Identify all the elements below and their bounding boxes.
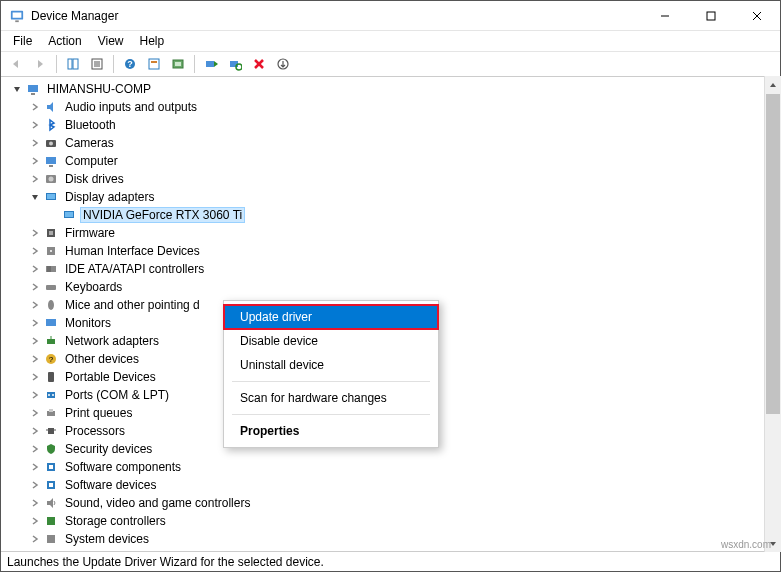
tree-category[interactable]: Bluetooth (1, 116, 780, 134)
category-label: Storage controllers (63, 514, 168, 528)
disk-icon (43, 171, 59, 187)
tree-root[interactable]: HIMANSHU-COMP (1, 80, 780, 98)
menu-action[interactable]: Action (40, 32, 89, 50)
svg-rect-47 (47, 339, 55, 344)
chevron-right-icon[interactable] (27, 333, 43, 349)
svg-point-45 (48, 300, 54, 310)
tree-device[interactable]: NVIDIA GeForce RTX 3060 Ti (1, 206, 780, 224)
chevron-right-icon[interactable] (27, 495, 43, 511)
minimize-button[interactable] (642, 1, 688, 31)
chevron-right-icon[interactable] (27, 441, 43, 457)
chevron-right-icon[interactable] (27, 423, 43, 439)
chevron-right-icon[interactable] (27, 405, 43, 421)
chevron-right-icon[interactable] (27, 477, 43, 493)
tree-category[interactable]: Sound, video and game controllers (1, 494, 780, 512)
add-legacy-button[interactable] (272, 53, 294, 75)
chevron-right-icon[interactable] (27, 315, 43, 331)
scan-hardware-button[interactable] (224, 53, 246, 75)
category-label: Bluetooth (63, 118, 118, 132)
audio-icon (43, 99, 59, 115)
chevron-right-icon[interactable] (27, 297, 43, 313)
scroll-thumb[interactable] (766, 94, 780, 414)
chevron-right-icon[interactable] (27, 513, 43, 529)
chevron-right-icon[interactable] (27, 117, 43, 133)
vertical-scrollbar[interactable] (764, 76, 781, 552)
category-label: System devices (63, 532, 151, 546)
action-menu-button[interactable] (143, 53, 165, 75)
maximize-button[interactable] (688, 1, 734, 31)
properties-button[interactable] (86, 53, 108, 75)
tree-category[interactable]: Keyboards (1, 278, 780, 296)
svg-rect-2 (15, 20, 19, 22)
tree-category[interactable]: Firmware (1, 224, 780, 242)
chevron-right-icon[interactable] (27, 369, 43, 385)
svg-rect-18 (175, 62, 181, 66)
chevron-right-icon[interactable] (27, 387, 43, 403)
svg-rect-16 (151, 61, 157, 63)
spacer (45, 207, 61, 223)
svg-rect-64 (47, 517, 55, 525)
category-label: Mice and other pointing d (63, 298, 202, 312)
chevron-right-icon[interactable] (27, 279, 43, 295)
tree-category[interactable]: Storage controllers (1, 512, 780, 530)
svg-rect-56 (49, 409, 53, 412)
chevron-right-icon[interactable] (27, 243, 43, 259)
chevron-down-icon[interactable] (9, 81, 25, 97)
network-icon (43, 333, 59, 349)
ctx-update-driver[interactable]: Update driver (224, 305, 438, 329)
chevron-right-icon[interactable] (27, 153, 43, 169)
close-button[interactable] (734, 1, 780, 31)
help-button[interactable]: ? (119, 53, 141, 75)
svg-text:?: ? (127, 59, 133, 69)
svg-point-32 (49, 177, 54, 182)
ctx-properties[interactable]: Properties (224, 419, 438, 443)
watermark: wsxdn.com (721, 539, 771, 550)
category-label: Software devices (63, 478, 158, 492)
toolbar-separator (56, 55, 57, 73)
category-label: Human Interface Devices (63, 244, 202, 258)
scroll-up-icon[interactable] (765, 76, 781, 93)
ctx-uninstall-device[interactable]: Uninstall device (224, 353, 438, 377)
chevron-right-icon[interactable] (27, 135, 43, 151)
tree-category[interactable]: Disk drives (1, 170, 780, 188)
chevron-right-icon[interactable] (27, 531, 43, 547)
category-label: Keyboards (63, 280, 124, 294)
tree-category[interactable]: System devices (1, 530, 780, 548)
tree-category[interactable]: Software devices (1, 476, 780, 494)
tree-category[interactable]: Display adapters (1, 188, 780, 206)
menu-help[interactable]: Help (132, 32, 173, 50)
chevron-right-icon[interactable] (27, 225, 43, 241)
tree-category[interactable]: IDE ATA/ATAPI controllers (1, 260, 780, 278)
device-label: NVIDIA GeForce RTX 3060 Ti (81, 208, 244, 222)
ctx-disable-device[interactable]: Disable device (224, 329, 438, 353)
menu-file[interactable]: File (5, 32, 40, 50)
display-icon (43, 189, 59, 205)
view-menu-button[interactable] (167, 53, 189, 75)
uninstall-button[interactable] (248, 53, 270, 75)
category-label: Print queues (63, 406, 134, 420)
svg-rect-51 (48, 372, 54, 382)
tree-category[interactable]: Software components (1, 458, 780, 476)
back-button[interactable] (5, 53, 27, 75)
chevron-right-icon[interactable] (27, 351, 43, 367)
device-tree[interactable]: HIMANSHU-COMP Audio inputs and outputsBl… (1, 77, 780, 551)
keyboard-icon (43, 279, 59, 295)
update-driver-button[interactable] (200, 53, 222, 75)
chevron-right-icon[interactable] (27, 99, 43, 115)
tree-category[interactable]: Audio inputs and outputs (1, 98, 780, 116)
forward-button[interactable] (29, 53, 51, 75)
svg-rect-36 (65, 212, 73, 217)
tree-category[interactable]: Cameras (1, 134, 780, 152)
chevron-right-icon[interactable] (27, 171, 43, 187)
chevron-down-icon[interactable] (27, 189, 43, 205)
svg-point-54 (52, 394, 54, 396)
tree-category[interactable]: Human Interface Devices (1, 242, 780, 260)
chevron-right-icon[interactable] (27, 459, 43, 475)
show-hide-tree-button[interactable] (62, 53, 84, 75)
tree-category[interactable]: Computer (1, 152, 780, 170)
ctx-scan-hardware[interactable]: Scan for hardware changes (224, 386, 438, 410)
menu-view[interactable]: View (90, 32, 132, 50)
chevron-right-icon[interactable] (27, 261, 43, 277)
software-icon (43, 459, 59, 475)
category-label: Disk drives (63, 172, 126, 186)
